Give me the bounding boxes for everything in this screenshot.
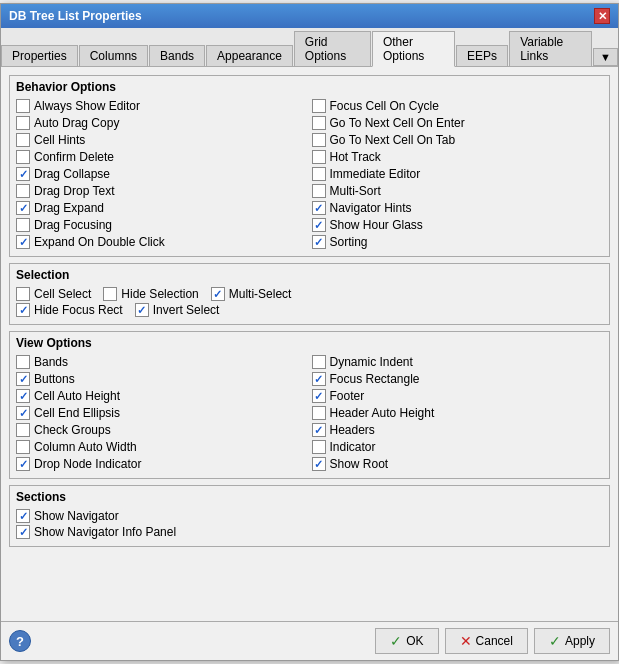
option-label: Show Root (330, 457, 389, 471)
checkbox-show-root[interactable] (312, 457, 326, 471)
option-row: Auto Drag Copy (16, 115, 308, 131)
checkbox-expand-on-double-click[interactable] (16, 235, 30, 249)
checkbox-auto-drag-copy[interactable] (16, 116, 30, 130)
option-label: Focus Cell On Cycle (330, 99, 439, 113)
button-group: ✓ OK ✕ Cancel ✓ Apply (375, 628, 610, 654)
option-row: Hide Selection (103, 287, 198, 301)
selection-row2: Hide Focus RectInvert Select (16, 302, 603, 318)
option-row: Indicator (312, 439, 604, 455)
checkbox-headers[interactable] (312, 423, 326, 437)
option-row: Focus Rectangle (312, 371, 604, 387)
tab-variable-links[interactable]: Variable Links (509, 31, 592, 66)
checkbox-indicator[interactable] (312, 440, 326, 454)
checkbox-drag-focusing[interactable] (16, 218, 30, 232)
option-label: Drag Expand (34, 201, 104, 215)
selection-section: Selection Cell SelectHide SelectionMulti… (9, 263, 610, 325)
behavior-options-grid: Always Show EditorFocus Cell On CycleAut… (16, 98, 603, 250)
option-label: Multi-Select (229, 287, 292, 301)
option-row: Show Navigator Info Panel (16, 524, 603, 540)
option-row: Cell Auto Height (16, 388, 308, 404)
option-row: Multi-Select (211, 287, 292, 301)
checkbox-buttons[interactable] (16, 372, 30, 386)
checkbox-hide-selection[interactable] (103, 287, 117, 301)
tab-eeps[interactable]: EEPs (456, 45, 508, 66)
option-row: Drag Focusing (16, 217, 308, 233)
option-row: Cell End Ellipsis (16, 405, 308, 421)
checkbox-immediate-editor[interactable] (312, 167, 326, 181)
tab-properties[interactable]: Properties (1, 45, 78, 66)
checkbox-navigator-hints[interactable] (312, 201, 326, 215)
option-label: Column Auto Width (34, 440, 137, 454)
ok-label: OK (406, 634, 423, 648)
checkbox-header-auto-height[interactable] (312, 406, 326, 420)
option-row: Buttons (16, 371, 308, 387)
tab-grid-options[interactable]: Grid Options (294, 31, 371, 66)
apply-icon: ✓ (549, 633, 561, 649)
checkbox-hide-focus-rect[interactable] (16, 303, 30, 317)
option-label: Drop Node Indicator (34, 457, 141, 471)
checkbox-multi-sort[interactable] (312, 184, 326, 198)
checkbox-column-auto-width[interactable] (16, 440, 30, 454)
option-label: Focus Rectangle (330, 372, 420, 386)
checkbox-bands[interactable] (16, 355, 30, 369)
option-label: Cell Auto Height (34, 389, 120, 403)
main-window: DB Tree List Properties ✕ PropertiesColu… (0, 3, 619, 661)
checkbox-footer[interactable] (312, 389, 326, 403)
checkbox-cell-auto-height[interactable] (16, 389, 30, 403)
checkbox-drop-node-indicator[interactable] (16, 457, 30, 471)
option-label: Headers (330, 423, 375, 437)
tab-columns[interactable]: Columns (79, 45, 148, 66)
option-row: Always Show Editor (16, 98, 308, 114)
option-label: Go To Next Cell On Enter (330, 116, 465, 130)
checkbox-show-navigator-info-panel[interactable] (16, 525, 30, 539)
apply-button[interactable]: ✓ Apply (534, 628, 610, 654)
option-row: Bands (16, 354, 308, 370)
checkbox-go-to-next-cell-on-tab[interactable] (312, 133, 326, 147)
checkbox-dynamic-indent[interactable] (312, 355, 326, 369)
checkbox-hot-track[interactable] (312, 150, 326, 164)
option-label: Immediate Editor (330, 167, 421, 181)
behavior-section: Behavior Options Always Show EditorFocus… (9, 75, 610, 257)
option-label: Header Auto Height (330, 406, 435, 420)
help-button[interactable]: ? (9, 630, 31, 652)
option-label: Auto Drag Copy (34, 116, 119, 130)
option-label: Navigator Hints (330, 201, 412, 215)
option-row: Cell Hints (16, 132, 308, 148)
checkbox-multi-select[interactable] (211, 287, 225, 301)
option-label: Hide Focus Rect (34, 303, 123, 317)
checkbox-show-hour-glass[interactable] (312, 218, 326, 232)
tab-other-options[interactable]: Other Options (372, 31, 455, 67)
close-button[interactable]: ✕ (594, 8, 610, 24)
checkbox-drag-expand[interactable] (16, 201, 30, 215)
checkbox-go-to-next-cell-on-enter[interactable] (312, 116, 326, 130)
apply-label: Apply (565, 634, 595, 648)
view-options-grid: BandsDynamic IndentButtonsFocus Rectangl… (16, 354, 603, 472)
checkbox-check-groups[interactable] (16, 423, 30, 437)
option-row: Hide Focus Rect (16, 303, 123, 317)
checkbox-invert-select[interactable] (135, 303, 149, 317)
behavior-title: Behavior Options (16, 80, 603, 94)
option-row: Cell Select (16, 287, 91, 301)
tab-appearance[interactable]: Appearance (206, 45, 293, 66)
option-row: Column Auto Width (16, 439, 308, 455)
ok-button[interactable]: ✓ OK (375, 628, 438, 654)
checkbox-show-navigator[interactable] (16, 509, 30, 523)
checkbox-confirm-delete[interactable] (16, 150, 30, 164)
checkbox-always-show-editor[interactable] (16, 99, 30, 113)
checkbox-sorting[interactable] (312, 235, 326, 249)
ok-icon: ✓ (390, 633, 402, 649)
checkbox-drag-drop-text[interactable] (16, 184, 30, 198)
cancel-button[interactable]: ✕ Cancel (445, 628, 528, 654)
cancel-label: Cancel (476, 634, 513, 648)
sections-title: Sections (16, 490, 603, 504)
checkbox-cell-hints[interactable] (16, 133, 30, 147)
checkbox-cell-end-ellipsis[interactable] (16, 406, 30, 420)
tab-bands[interactable]: Bands (149, 45, 205, 66)
option-row: Invert Select (135, 303, 220, 317)
checkbox-focus-rectangle[interactable] (312, 372, 326, 386)
selection-title: Selection (16, 268, 603, 282)
checkbox-cell-select[interactable] (16, 287, 30, 301)
tab-dropdown[interactable]: ▼ (593, 48, 618, 66)
checkbox-focus-cell-on-cycle[interactable] (312, 99, 326, 113)
checkbox-drag-collapse[interactable] (16, 167, 30, 181)
